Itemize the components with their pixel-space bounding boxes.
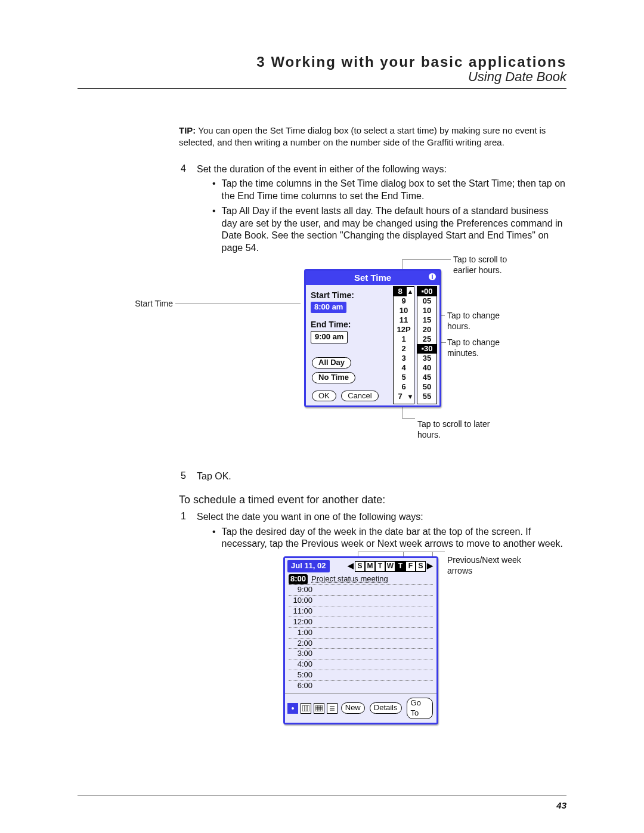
scroll-down-icon[interactable]: ▼ — [407, 392, 414, 401]
bullet-icon: • — [212, 526, 216, 551]
step-4-bullet-2: Tap All Day if the event lasts all day. … — [222, 205, 566, 255]
minute-cell[interactable]: 15 — [417, 315, 436, 325]
goto-button[interactable]: Go To — [407, 698, 434, 719]
end-time-value[interactable]: 9:00 am — [311, 331, 348, 343]
minute-cell[interactable]: ▪00 — [417, 287, 436, 296]
time-slot-row[interactable]: 2:00 — [289, 639, 433, 649]
set-time-dialog: Set Time i Start Time: 8:00 am End Time:… — [304, 269, 441, 407]
hour-cell[interactable]: 4 — [394, 363, 414, 373]
end-time-label: End Time: — [311, 319, 391, 330]
hour-cell[interactable]: 6 — [394, 382, 414, 392]
week-view-icon[interactable] — [301, 703, 311, 714]
bullet-icon: • — [212, 178, 216, 203]
no-time-button[interactable]: No Time — [312, 372, 355, 383]
minute-cell[interactable]: 50 — [417, 382, 436, 392]
minutes-column[interactable]: ▪000510152025▪303540455055 — [417, 286, 437, 405]
cancel-button[interactable]: Cancel — [341, 391, 378, 402]
minute-cell[interactable]: 40 — [417, 363, 436, 373]
callout-start-time: Start Time — [119, 299, 173, 309]
time-label: 11:00 — [289, 606, 312, 617]
day-view-icon[interactable] — [287, 703, 298, 714]
weekday-cell[interactable]: T — [395, 561, 405, 572]
callout-change-hours: Tap to change hours. — [447, 311, 519, 332]
event-text[interactable]: Project status meeting — [311, 574, 388, 584]
time-slot-row[interactable]: 5:00 — [289, 670, 433, 681]
month-view-icon[interactable] — [314, 703, 324, 714]
time-slot-row[interactable]: 8:00Project status meeting — [289, 574, 433, 585]
time-label: 3:00 — [289, 649, 312, 659]
minute-cell[interactable]: 55 — [417, 392, 436, 401]
prev-week-icon[interactable]: ◀ — [346, 561, 355, 572]
ok-button[interactable]: OK — [312, 391, 336, 402]
date-book-figure: Previous/Next week arrows Jul 11, 02 ◀SM… — [197, 556, 566, 741]
date-display[interactable]: Jul 11, 02 — [287, 560, 330, 572]
time-slot-row[interactable]: 1:00 — [289, 628, 433, 639]
callout-scroll-later: Tap to scroll to later hours. — [417, 419, 495, 440]
callout-scroll-earlier: Tap to scroll to earlier hours. — [453, 255, 525, 275]
step-1b-bullet-1: Tap the desired day of the week in the d… — [222, 526, 566, 551]
weekday-cell[interactable]: S — [416, 561, 426, 572]
callout-prev-next: Previous/Next week arrows — [447, 555, 525, 576]
start-time-label: Start Time: — [311, 290, 391, 301]
minute-cell[interactable]: 35 — [417, 354, 436, 363]
hour-cell[interactable]: 12P — [394, 325, 414, 335]
time-slot-row[interactable]: 6:00 — [289, 681, 433, 691]
date-book-screen: Jul 11, 02 ◀SMTWTFS▶ 8:00Project status … — [283, 556, 438, 724]
all-day-button[interactable]: All Day — [312, 357, 351, 368]
tip-text: You can open the Set Time dialog box (to… — [179, 125, 546, 147]
time-label: 12:00 — [289, 617, 312, 627]
start-time-value[interactable]: 8:00 am — [311, 302, 346, 313]
weekday-cell[interactable]: S — [355, 561, 365, 572]
step-4-lead: Set the duration of the event in either … — [197, 163, 566, 176]
time-slot-row[interactable]: 12:00 — [289, 617, 433, 628]
details-button[interactable]: Details — [370, 702, 402, 714]
hour-cell[interactable]: 3 — [394, 354, 414, 363]
weekday-cell[interactable]: W — [385, 561, 395, 572]
hour-cell[interactable]: 2 — [394, 344, 414, 354]
tip-block: TIP: You can open the Set Time dialog bo… — [179, 125, 566, 149]
dialog-title: Set Time — [354, 272, 391, 283]
weekday-cell[interactable]: T — [375, 561, 385, 572]
time-slot-row[interactable]: 4:00 — [289, 659, 433, 670]
next-week-icon[interactable]: ▶ — [426, 561, 434, 572]
time-label: 6:00 — [289, 681, 312, 691]
hour-cell[interactable]: 7 — [394, 392, 407, 401]
hour-cell[interactable]: 5 — [394, 373, 414, 382]
step-4-number: 4 — [179, 163, 186, 466]
info-icon[interactable]: i — [428, 272, 437, 281]
time-slot-row[interactable]: 3:00 — [289, 649, 433, 659]
time-slot-row[interactable]: 10:00 — [289, 596, 433, 606]
hour-cell[interactable]: 11 — [394, 315, 414, 325]
footer-rule — [78, 795, 566, 795]
hour-cell[interactable]: 1 — [394, 335, 414, 344]
time-label: 4:00 — [289, 659, 312, 670]
time-slot-row[interactable]: 11:00 — [289, 606, 433, 617]
hour-cell[interactable]: 10 — [394, 306, 414, 315]
minute-cell[interactable]: ▪30 — [417, 344, 436, 354]
new-button[interactable]: New — [341, 702, 365, 714]
hour-cell[interactable]: 8 — [394, 287, 407, 296]
weekday-cell[interactable]: F — [405, 561, 416, 572]
time-label: 2:00 — [289, 639, 312, 649]
time-label: 10:00 — [289, 596, 312, 606]
step-5-text: Tap OK. — [197, 470, 566, 483]
weekday-cell[interactable]: M — [365, 561, 375, 572]
step-4-bullet-1: Tap the time columns in the Set Time dia… — [222, 178, 566, 203]
scroll-up-icon[interactable]: ▲ — [407, 287, 414, 296]
minute-cell[interactable]: 20 — [417, 325, 436, 335]
subheading-schedule-another-date: To schedule a timed event for another da… — [179, 494, 566, 506]
time-label: 5:00 — [289, 670, 312, 680]
hour-cell[interactable]: 9 — [394, 296, 414, 306]
bullet-icon: • — [212, 205, 216, 255]
step-1b-lead: Select the date you want in one of the f… — [197, 511, 566, 524]
agenda-view-icon[interactable] — [327, 703, 338, 714]
minute-cell[interactable]: 25 — [417, 335, 436, 344]
minute-cell[interactable]: 45 — [417, 373, 436, 382]
time-slot-row[interactable]: 9:00 — [289, 585, 433, 596]
hours-column[interactable]: 8▲9101112P1234567▼ — [393, 286, 414, 405]
tip-label: TIP: — [179, 125, 196, 135]
minute-cell[interactable]: 05 — [417, 296, 436, 306]
step-5-number: 5 — [179, 470, 186, 483]
minute-cell[interactable]: 10 — [417, 306, 436, 315]
page-number: 43 — [78, 800, 566, 810]
